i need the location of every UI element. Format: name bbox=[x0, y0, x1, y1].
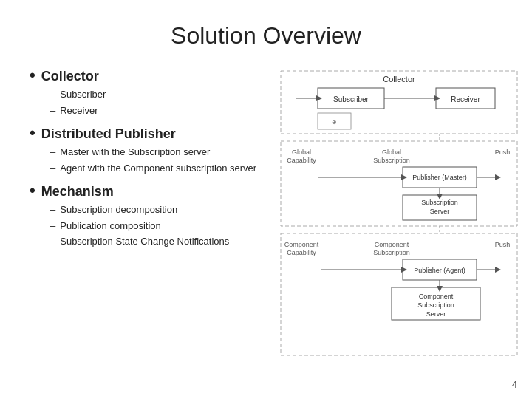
bullet-label-collector: Collector bbox=[41, 69, 99, 84]
bullet-label-mechanism: Mechanism bbox=[41, 184, 114, 200]
page-number: 4 bbox=[512, 379, 517, 390]
dash-3: – bbox=[50, 145, 55, 160]
svg-text:Global: Global bbox=[382, 149, 401, 156]
sub-item-composition: – Publication composition bbox=[50, 219, 266, 233]
svg-text:Capability: Capability bbox=[287, 249, 316, 256]
svg-text:Subscription: Subscription bbox=[417, 301, 454, 309]
sub-item-agent: – Agent with the Component subscription … bbox=[50, 161, 266, 176]
sub-label-master: Master with the Subscription server bbox=[60, 145, 210, 160]
svg-text:Server: Server bbox=[426, 310, 446, 318]
svg-marker-42 bbox=[401, 267, 407, 273]
svg-marker-9 bbox=[316, 95, 322, 101]
diagram-svg: Collector Subscriber Receiver ⊕ bbox=[273, 67, 525, 378]
svg-text:Global: Global bbox=[292, 149, 311, 156]
bullet-main-collector: • Collector bbox=[30, 67, 266, 84]
bullet-publisher: • Distributed Publisher – Master with th… bbox=[30, 125, 266, 175]
bullet-dot-3: • bbox=[30, 183, 35, 199]
sub-label-agent: Agent with the Component subscription se… bbox=[60, 161, 256, 176]
sub-items-mechanism: – Subscription decomposition – Publicati… bbox=[50, 202, 266, 249]
svg-text:⊕: ⊕ bbox=[332, 119, 337, 126]
svg-text:Subscription: Subscription bbox=[421, 199, 458, 206]
sub-item-decomp: – Subscription decomposition bbox=[50, 202, 266, 217]
dash-6: – bbox=[50, 219, 55, 233]
left-column: • Collector – Subscriber – Receiver bbox=[30, 67, 266, 381]
svg-text:Server: Server bbox=[430, 208, 450, 215]
svg-marker-46 bbox=[437, 286, 443, 292]
svg-text:Push: Push bbox=[495, 241, 511, 248]
sub-label-state-change: Subscription State Change Notifications bbox=[60, 234, 229, 249]
svg-text:Capability: Capability bbox=[287, 157, 316, 164]
svg-text:Push: Push bbox=[495, 149, 511, 156]
bullet-dot-2: • bbox=[30, 125, 35, 141]
bullet-dot-1: • bbox=[30, 67, 35, 83]
svg-text:Subscription: Subscription bbox=[373, 157, 410, 164]
sub-items-collector: – Subscriber – Receiver bbox=[50, 87, 266, 117]
sub-item-state-change: – Subscription State Change Notification… bbox=[50, 234, 266, 249]
sub-item-receiver: – Receiver bbox=[50, 103, 266, 118]
content-area: • Collector – Subscriber – Receiver bbox=[30, 67, 502, 381]
bullet-main-publisher: • Distributed Publisher bbox=[30, 125, 266, 142]
svg-marker-7 bbox=[434, 95, 440, 101]
bullet-main-mechanism: • Mechanism bbox=[30, 183, 266, 200]
bullet-collector: • Collector – Subscriber – Receiver bbox=[30, 67, 266, 117]
dash-7: – bbox=[50, 234, 55, 249]
dash-1: – bbox=[50, 87, 55, 102]
dash-2: – bbox=[50, 103, 55, 118]
dash-4: – bbox=[50, 161, 55, 176]
bullet-mechanism: • Mechanism – Subscription decomposition… bbox=[30, 183, 266, 249]
diagram: Collector Subscriber Receiver ⊕ bbox=[273, 67, 525, 381]
sub-label-receiver: Receiver bbox=[60, 103, 98, 118]
dash-5: – bbox=[50, 202, 55, 217]
svg-text:Component: Component bbox=[419, 293, 454, 300]
svg-text:Receiver: Receiver bbox=[451, 95, 480, 103]
slide: Solution Overview • Collector – Subscrib… bbox=[0, 0, 532, 399]
svg-text:Component: Component bbox=[375, 241, 409, 248]
sub-item-subscriber: – Subscriber bbox=[50, 87, 266, 102]
sub-item-master: – Master with the Subscription server bbox=[50, 145, 266, 160]
svg-text:Subscriber: Subscriber bbox=[333, 95, 369, 103]
sub-label-decomp: Subscription decomposition bbox=[60, 202, 177, 217]
svg-marker-44 bbox=[495, 267, 501, 273]
sub-label-subscriber: Subscriber bbox=[60, 87, 106, 102]
diagram-container: Collector Subscriber Receiver ⊕ bbox=[273, 67, 525, 381]
sub-items-publisher: – Master with the Subscription server – … bbox=[50, 145, 266, 175]
svg-text:Subscription: Subscription bbox=[373, 249, 410, 256]
svg-marker-24 bbox=[401, 174, 407, 180]
svg-text:Collector: Collector bbox=[383, 75, 415, 83]
svg-text:Publisher (Master): Publisher (Master) bbox=[412, 174, 467, 181]
bullet-label-publisher: Distributed Publisher bbox=[41, 126, 176, 142]
slide-title: Solution Overview bbox=[30, 22, 502, 50]
sub-label-composition: Publication composition bbox=[60, 219, 161, 233]
svg-text:Component: Component bbox=[284, 241, 319, 248]
svg-text:Publisher (Agent): Publisher (Agent) bbox=[414, 267, 466, 274]
svg-marker-26 bbox=[495, 174, 501, 180]
